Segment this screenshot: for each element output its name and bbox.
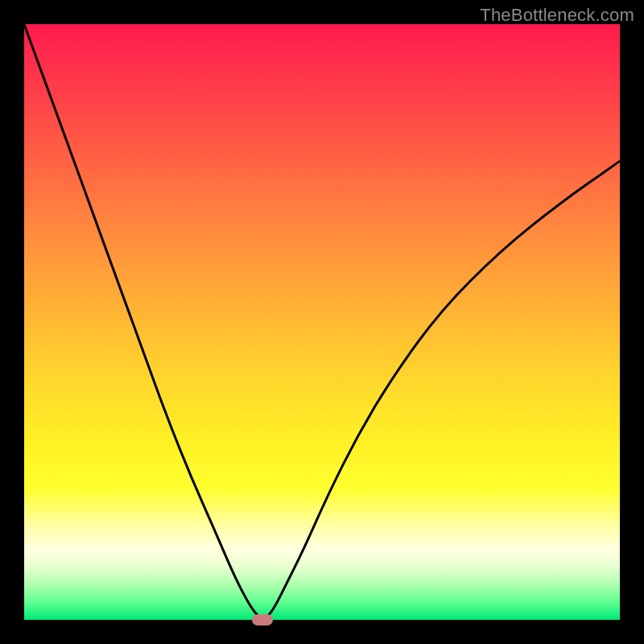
watermark-text: TheBottleneck.com: [480, 5, 634, 26]
minimum-marker: [252, 614, 273, 625]
line-curve: [24, 24, 620, 620]
plot-area: [24, 24, 620, 620]
chart-container: TheBottleneck.com: [0, 0, 644, 644]
